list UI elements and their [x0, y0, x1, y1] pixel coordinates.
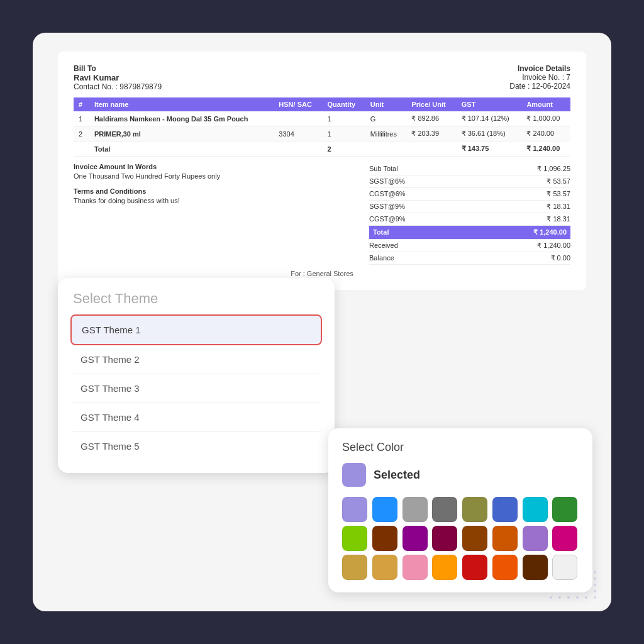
summary-row: Total₹ 1,240.00 [369, 226, 570, 240]
col-qty: Quantity [323, 97, 365, 111]
terms-title: Terms and Conditions [74, 187, 369, 195]
invoice-details-label: Invoice Details [509, 64, 570, 73]
invoice-store: For : General Stores [74, 270, 570, 277]
color-swatch[interactable] [462, 497, 487, 522]
color-swatch[interactable] [402, 526, 428, 551]
invoice-header: Bill To Ravi Kumar Contact No. : 9879879… [74, 64, 570, 91]
invoice-date: Date : 12-06-2024 [509, 82, 570, 91]
color-swatch[interactable] [402, 555, 428, 580]
col-unit: Unit [365, 97, 407, 111]
color-panel: Select Color Selected [328, 428, 592, 592]
color-swatch[interactable] [552, 526, 577, 551]
color-grid [342, 497, 579, 580]
invoice-words: Invoice Amount In Words One Thousand Two… [74, 163, 369, 265]
selected-color-label: Selected [374, 469, 420, 482]
invoice-summary: Sub Total₹ 1,096.25SGST@6%₹ 53.57CGST@6%… [369, 163, 570, 265]
summary-row: SGST@6%₹ 53.57 [369, 175, 570, 188]
bill-to-label: Bill To [74, 64, 162, 73]
decorative-dot [594, 590, 596, 592]
summary-row: SGST@9%₹ 18.31 [369, 201, 570, 213]
color-swatch[interactable] [492, 497, 518, 522]
col-price: Price/ Unit [406, 97, 456, 111]
col-amount: Amount [521, 97, 570, 111]
color-swatch[interactable] [523, 497, 548, 522]
decorative-dot [550, 596, 552, 599]
contact: Contact No. : 9879879879 [74, 82, 162, 91]
selected-color-row: Selected [342, 463, 579, 487]
decorative-dot [567, 596, 570, 599]
customer-name: Ravi Kumar [74, 73, 162, 82]
decorative-dot [594, 571, 596, 574]
decorative-dot [576, 596, 579, 599]
summary-row: Sub Total₹ 1,096.25 [369, 163, 570, 175]
col-item: Item name [89, 97, 274, 111]
total-row: Total 2 ₹ 143.75 ₹ 1,240.00 [74, 142, 570, 157]
theme-panel-title: Select Theme [70, 291, 322, 307]
color-swatch[interactable] [432, 526, 457, 551]
theme-item[interactable]: GST Theme 3 [70, 374, 322, 403]
invoice-table: # Item name HSN/ SAC Quantity Unit Price… [74, 97, 570, 157]
color-swatch[interactable] [372, 526, 397, 551]
invoice-area: Bill To Ravi Kumar Contact No. : 9879879… [58, 52, 586, 290]
color-swatch[interactable] [462, 526, 487, 551]
color-panel-title: Select Color [342, 441, 579, 454]
invoice-details-section: Invoice Details Invoice No. : 7 Date : 1… [509, 64, 570, 91]
invoice-footer: Invoice Amount In Words One Thousand Two… [74, 163, 570, 265]
color-swatch[interactable] [552, 555, 577, 580]
color-swatch[interactable] [432, 497, 457, 522]
decorative-dot [594, 577, 596, 580]
color-swatch[interactable] [342, 555, 367, 580]
decorative-dot [558, 596, 561, 599]
color-swatch[interactable] [432, 555, 457, 580]
invoice-number: Invoice No. : 7 [509, 73, 570, 82]
main-card: Bill To Ravi Kumar Contact No. : 9879879… [33, 33, 611, 611]
col-num: # [74, 97, 89, 111]
col-hsn: HSN/ SAC [274, 97, 322, 111]
screen-container: Bill To Ravi Kumar Contact No. : 9879879… [0, 0, 644, 644]
table-row: 2 PRIMER,30 ml 3304 1 Millilitres ₹ 203.… [74, 126, 570, 142]
color-swatch[interactable] [523, 526, 548, 551]
summary-row: Received₹ 1,240.00 [369, 240, 570, 252]
color-swatch[interactable] [342, 526, 367, 551]
table-row: 1 Haldirams Namkeen - Moong Dal 35 Gm Po… [74, 111, 570, 126]
summary-row: Balance₹ 0.00 [369, 252, 570, 265]
theme-item[interactable]: GST Theme 5 [70, 432, 322, 460]
summary-row: CGST@6%₹ 53.57 [369, 188, 570, 201]
theme-item[interactable]: GST Theme 1 [70, 314, 322, 345]
decorative-dot [585, 596, 587, 599]
color-swatch[interactable] [372, 497, 397, 522]
selected-color-swatch [342, 463, 366, 487]
terms-text: Thanks for doing business with us! [74, 197, 369, 204]
theme-list: GST Theme 1GST Theme 2GST Theme 3GST The… [70, 314, 322, 460]
theme-item[interactable]: GST Theme 4 [70, 403, 322, 432]
color-swatch[interactable] [342, 497, 367, 522]
color-swatch[interactable] [462, 555, 487, 580]
color-swatch[interactable] [492, 526, 518, 551]
color-swatch[interactable] [372, 555, 397, 580]
color-swatch[interactable] [492, 555, 518, 580]
bill-to-section: Bill To Ravi Kumar Contact No. : 9879879… [74, 64, 162, 91]
col-gst: GST [457, 97, 522, 111]
summary-row: CGST@9%₹ 18.31 [369, 213, 570, 226]
theme-panel: Select Theme GST Theme 1GST Theme 2GST T… [58, 278, 335, 473]
color-swatch[interactable] [523, 555, 548, 580]
amount-words-title: Invoice Amount In Words [74, 163, 369, 170]
color-swatch[interactable] [402, 497, 428, 522]
decorative-dot [594, 596, 596, 599]
amount-words-text: One Thousand Two Hundred Forty Rupees on… [74, 172, 369, 180]
theme-item[interactable]: GST Theme 2 [70, 345, 322, 374]
color-swatch[interactable] [552, 497, 577, 522]
decorative-dot [594, 584, 596, 586]
